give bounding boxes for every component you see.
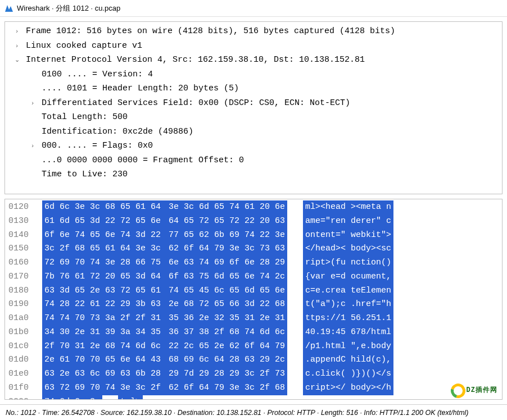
- hex-ascii: .appendC hild(c),: [303, 353, 393, 367]
- hex-ascii: cript></ body></h: [303, 381, 393, 395]
- hex-ascii: tml>: [118, 395, 143, 400]
- hex-row[interactable]: 013061 6d 65 3d 22 72 65 6e64 65 72 65 7…: [5, 214, 502, 229]
- tree-row[interactable]: › Frame 1012: 516 bytes on wire (4128 bi…: [5, 24, 502, 39]
- hex-row[interactable]: 01f063 72 69 70 74 3e 3c 2f62 6f 64 79 3…: [5, 381, 502, 395]
- hex-ascii: ttps://1 56.251.1: [303, 312, 393, 326]
- expand-toggle-closed[interactable]: ›: [29, 140, 37, 151]
- watermark-text: DZ插件网: [467, 385, 497, 396]
- hex-bytes: 34 30 2e 31 39 3a 34 3536 37 38 2f 68 74…: [42, 326, 287, 340]
- tree-row[interactable]: 0100 .... = Version: 4: [5, 67, 502, 82]
- hex-offset: 0190: [8, 298, 38, 312]
- hex-offset: 0200: [8, 395, 38, 400]
- tree-row[interactable]: Identification: 0xc2de (49886): [5, 125, 502, 139]
- title-bar: Wireshark · 分组 1012 · cu.pcap: [0, 0, 507, 17]
- hex-row[interactable]: 01406f 6e 74 65 6e 74 3d 2277 65 62 6b 6…: [5, 229, 502, 243]
- hex-bytes: 63 2e 63 6c 69 63 6b 2829 7d 29 28 29 3c…: [42, 367, 287, 381]
- hex-ascii: t("a");c .href="h: [303, 298, 393, 312]
- tree-row[interactable]: .... 0101 = Header Length: 20 bytes (5): [5, 81, 502, 96]
- tree-label: Differentiated Services Field: 0x00 (DSC…: [37, 96, 350, 111]
- hex-row[interactable]: 020074 6d 6c 3etml>: [5, 395, 502, 400]
- hex-offset: 01a0: [8, 312, 38, 326]
- tree-row[interactable]: Time to Live: 230: [5, 167, 502, 182]
- hex-ascii: ontent=" webkit">: [303, 229, 393, 243]
- hex-bytes: 6f 6e 74 65 6e 74 3d 2277 65 62 6b 69 74…: [42, 229, 287, 243]
- tree-label: 0100 .... = Version: 4: [37, 67, 153, 82]
- tree-label: Frame 1012: 516 bytes on wire (4128 bits…: [21, 24, 395, 39]
- hex-offset: 0140: [8, 229, 38, 243]
- hex-row[interactable]: 01503c 2f 68 65 61 64 3e 3c62 6f 64 79 3…: [5, 242, 502, 256]
- hex-offset: 0150: [8, 242, 38, 256]
- tree-label: Total Length: 500: [37, 110, 128, 125]
- hex-bytes: 74 74 70 73 3a 2f 2f 3135 36 2e 32 35 31…: [42, 312, 287, 326]
- status-bar: No.: 1012 · Time: 26.542708 · Source: 16…: [0, 404, 507, 420]
- expand-toggle-open[interactable]: ⌄: [13, 54, 21, 65]
- hex-row[interactable]: 01d02e 61 70 70 65 6e 64 4368 69 6c 64 2…: [5, 353, 502, 367]
- tree-row[interactable]: ...0 0000 0000 0000 = Fragment Offset: 0: [5, 153, 502, 168]
- tree-row[interactable]: ⌄ Internet Protocol Version 4, Src: 162.…: [5, 53, 502, 67]
- hex-offset: 0160: [8, 256, 38, 270]
- hex-bytes: 2f 70 31 2e 68 74 6d 6c22 2c 65 2e 62 6f…: [42, 340, 287, 354]
- hex-bytes: 72 69 70 74 3e 28 66 756e 63 74 69 6f 6e…: [42, 256, 287, 270]
- hex-bytes: 3c 2f 68 65 61 64 3e 3c62 6f 64 79 3e 3c…: [42, 242, 287, 256]
- window-title: Wireshark · 分组 1012 · cu.pcap: [17, 3, 120, 13]
- expand-toggle-closed[interactable]: ›: [13, 26, 21, 36]
- hex-bytes: 2e 61 70 70 65 6e 64 4368 69 6c 64 28 63…: [42, 353, 287, 367]
- tree-row[interactable]: › Differentiated Services Field: 0x00 (D…: [5, 96, 502, 111]
- tree-row[interactable]: Total Length: 500: [5, 110, 502, 125]
- hex-bytes: 74 28 22 61 22 29 3b 632e 68 72 65 66 3d…: [42, 298, 287, 312]
- hex-offset: 01f0: [8, 381, 38, 395]
- hex-ascii: ml><head ><meta n: [303, 200, 393, 214]
- tree-label: 000. .... = Flags: 0x0: [37, 139, 153, 153]
- content-area: › Frame 1012: 516 bytes on wire (4128 bi…: [0, 17, 507, 404]
- hex-ascii: 40.19:45 678/html: [303, 326, 393, 340]
- hex-row[interactable]: 018063 3d 65 2e 63 72 65 6174 65 45 6c 6…: [5, 284, 502, 298]
- hex-row[interactable]: 01b034 30 2e 31 39 3a 34 3536 37 38 2f 6…: [5, 326, 502, 340]
- tree-label: ...0 0000 0000 0000 = Fragment Offset: 0: [37, 153, 244, 168]
- packet-bytes-pane[interactable]: 01206d 6c 3e 3c 68 65 61 643e 3c 6d 65 7…: [4, 199, 503, 400]
- hex-row[interactable]: 01707b 76 61 72 20 65 3d 646f 63 75 6d 6…: [5, 270, 502, 284]
- hex-offset: 0180: [8, 284, 38, 298]
- hex-offset: 01d0: [8, 353, 38, 367]
- hex-bytes: 63 72 69 70 74 3e 3c 2f62 6f 64 79 3e 3c…: [42, 381, 287, 395]
- tree-row[interactable]: › 000. .... = Flags: 0x0: [5, 139, 502, 153]
- expand-toggle-closed[interactable]: ›: [29, 98, 37, 108]
- hex-offset: 0170: [8, 270, 38, 284]
- status-text: No.: 1012 · Time: 26.542708 · Source: 16…: [6, 409, 469, 417]
- hex-offset: 0120: [8, 200, 38, 214]
- app-icon: [4, 4, 13, 13]
- hex-row[interactable]: 01206d 6c 3e 3c 68 65 61 643e 3c 6d 65 7…: [5, 200, 502, 214]
- tree-row[interactable]: › Linux cooked capture v1: [5, 39, 502, 53]
- tree-label: Time to Live: 230: [37, 167, 128, 182]
- hex-ascii: c.click( )})()</s: [303, 367, 393, 381]
- hex-offset: 01c0: [8, 340, 38, 354]
- hex-offset: 01b0: [8, 326, 38, 340]
- hex-row[interactable]: 01c02f 70 31 2e 68 74 6d 6c22 2c 65 2e 6…: [5, 340, 502, 354]
- hex-ascii: /p1.html ",e.body: [303, 340, 393, 354]
- packet-details-pane[interactable]: › Frame 1012: 516 bytes on wire (4128 bi…: [4, 21, 503, 194]
- hex-ascii: c=e.crea teElemen: [303, 284, 393, 298]
- hex-ascii: {var e=d ocument,: [303, 270, 393, 284]
- hex-offset: 0130: [8, 214, 38, 229]
- expand-toggle-closed[interactable]: ›: [13, 40, 21, 51]
- hex-row[interactable]: 016072 69 70 74 3e 28 66 756e 63 74 69 6…: [5, 256, 502, 270]
- hex-bytes: 63 3d 65 2e 63 72 65 6174 65 45 6c 65 6d…: [42, 284, 287, 298]
- hex-row[interactable]: 01e063 2e 63 6c 69 63 6b 2829 7d 29 28 2…: [5, 367, 502, 381]
- hex-ascii: ame="ren derer" c: [303, 214, 393, 229]
- watermark-icon: [448, 381, 468, 400]
- hex-ascii: </head>< body><sc: [303, 242, 393, 256]
- hex-ascii: ript>(fu nction(): [303, 256, 393, 270]
- hex-bytes: 74 6d 6c 3e: [42, 395, 102, 400]
- tree-label: Internet Protocol Version 4, Src: 162.15…: [21, 53, 365, 67]
- hex-row[interactable]: 01a074 74 70 73 3a 2f 2f 3135 36 2e 32 3…: [5, 312, 502, 326]
- tree-label: Identification: 0xc2de (49886): [37, 125, 193, 139]
- hex-bytes: 7b 76 61 72 20 65 3d 646f 63 75 6d 65 6e…: [42, 270, 287, 284]
- tree-label: .... 0101 = Header Length: 20 bytes (5): [37, 81, 239, 96]
- watermark: DZ插件网: [451, 384, 497, 398]
- hex-row[interactable]: 019074 28 22 61 22 29 3b 632e 68 72 65 6…: [5, 298, 502, 312]
- hex-bytes: 61 6d 65 3d 22 72 65 6e64 65 72 65 72 22…: [42, 214, 287, 229]
- hex-bytes: 6d 6c 3e 3c 68 65 61 643e 3c 6d 65 74 61…: [42, 200, 287, 214]
- hex-offset: 01e0: [8, 367, 38, 381]
- tree-label: Linux cooked capture v1: [21, 39, 142, 53]
